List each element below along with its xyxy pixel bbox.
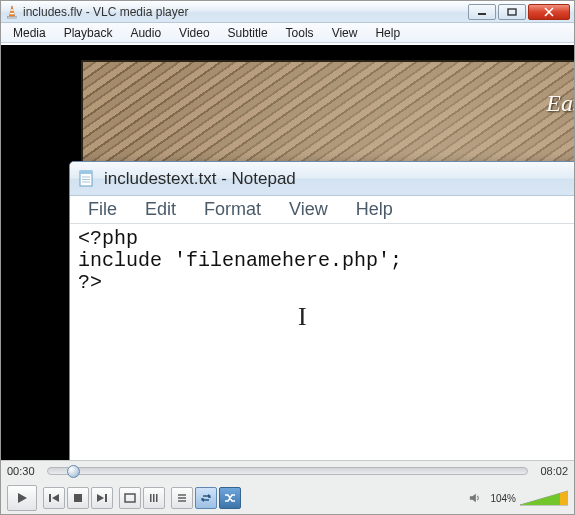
- svg-rect-2: [11, 9, 14, 10]
- minimize-button[interactable]: [468, 4, 496, 20]
- menu-tools[interactable]: Tools: [278, 24, 322, 42]
- svg-rect-18: [150, 494, 152, 502]
- prev-button[interactable]: [43, 487, 65, 509]
- notepad-menubar: File Edit Format View Help: [70, 196, 574, 224]
- svg-rect-20: [156, 494, 158, 502]
- menu-video[interactable]: Video: [171, 24, 217, 42]
- text-cursor-icon: I: [298, 302, 307, 332]
- notepad-window: includestext.txt - Notepad File Edit For…: [69, 161, 574, 460]
- svg-rect-7: [80, 171, 92, 174]
- ext-settings-button[interactable]: [143, 487, 165, 509]
- svg-marker-15: [97, 494, 104, 502]
- banner-text: Easy: [546, 90, 574, 117]
- notepad-icon: [78, 170, 96, 188]
- time-elapsed: 00:30: [7, 465, 41, 477]
- svg-marker-11: [18, 493, 27, 503]
- loop-button[interactable]: [195, 487, 217, 509]
- svg-rect-17: [125, 494, 135, 502]
- volume-slider[interactable]: [520, 489, 568, 507]
- menu-view[interactable]: View: [324, 24, 366, 42]
- svg-marker-29: [560, 491, 568, 505]
- vlc-titlebar: includes.flv - VLC media player: [1, 1, 574, 23]
- close-button[interactable]: [528, 4, 570, 20]
- window-title: includes.flv - VLC media player: [23, 5, 468, 19]
- vlc-cone-icon: [5, 5, 19, 19]
- seek-bar[interactable]: [47, 467, 528, 475]
- svg-rect-12: [49, 494, 51, 502]
- np-menu-format[interactable]: Format: [192, 196, 273, 223]
- menu-help[interactable]: Help: [367, 24, 408, 42]
- svg-marker-13: [52, 494, 59, 502]
- maximize-button[interactable]: [498, 4, 526, 20]
- menu-media[interactable]: Media: [5, 24, 54, 42]
- np-menu-help[interactable]: Help: [344, 196, 405, 223]
- volume-label: 104%: [490, 493, 516, 504]
- menu-audio[interactable]: Audio: [122, 24, 169, 42]
- shuffle-button[interactable]: [219, 487, 241, 509]
- menu-playback[interactable]: Playback: [56, 24, 121, 42]
- svg-marker-0: [9, 5, 14, 16]
- vlc-menubar: Media Playback Audio Video Subtitle Tool…: [1, 23, 574, 43]
- svg-rect-5: [508, 9, 516, 15]
- svg-rect-4: [478, 13, 486, 15]
- video-area[interactable]: Easy includestext.txt - Notepad File Edi…: [1, 45, 574, 460]
- playlist-button[interactable]: [171, 487, 193, 509]
- vlc-controls: 00:30 08:02 104%: [1, 460, 574, 514]
- svg-rect-1: [8, 16, 17, 18]
- play-button[interactable]: [7, 485, 37, 511]
- time-total: 08:02: [534, 465, 568, 477]
- np-menu-view[interactable]: View: [277, 196, 340, 223]
- stop-button[interactable]: [67, 487, 89, 509]
- notepad-textarea[interactable]: <?php include 'filenamehere.php'; ?>: [70, 224, 574, 460]
- svg-rect-14: [74, 494, 82, 502]
- fullscreen-button[interactable]: [119, 487, 141, 509]
- svg-rect-3: [10, 12, 14, 13]
- svg-rect-16: [105, 494, 107, 502]
- notepad-title: includestext.txt - Notepad: [104, 169, 296, 189]
- notepad-titlebar[interactable]: includestext.txt - Notepad: [70, 162, 574, 196]
- mute-button[interactable]: [464, 487, 486, 509]
- np-menu-edit[interactable]: Edit: [133, 196, 188, 223]
- svg-marker-26: [470, 494, 476, 503]
- seek-knob[interactable]: [67, 465, 80, 478]
- speaker-icon: [469, 492, 481, 504]
- window-buttons: [468, 4, 570, 20]
- menu-subtitle[interactable]: Subtitle: [220, 24, 276, 42]
- next-button[interactable]: [91, 487, 113, 509]
- svg-rect-19: [153, 494, 155, 502]
- np-menu-file[interactable]: File: [76, 196, 129, 223]
